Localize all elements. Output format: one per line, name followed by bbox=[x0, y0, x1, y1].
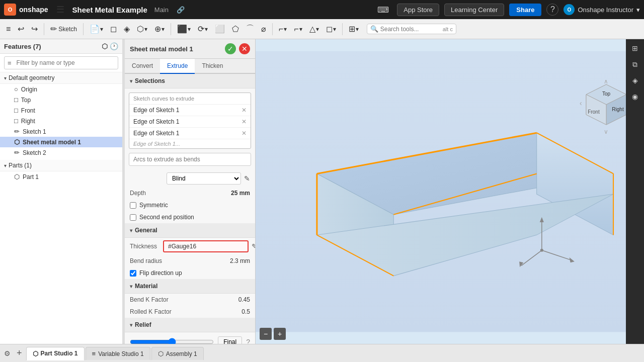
shell-button[interactable]: ⬜ bbox=[212, 22, 228, 36]
features-history-icon[interactable]: 🕐 bbox=[110, 42, 118, 50]
svg-text:Front: Front bbox=[588, 109, 600, 115]
tree-item-sketch1[interactable]: ✏ Sketch 1 bbox=[0, 126, 122, 137]
tab-assembly[interactable]: ⬡ Assembly 1 bbox=[151, 347, 204, 360]
tree-item-top[interactable]: □ Top bbox=[0, 95, 122, 105]
default-geometry-group[interactable]: ▾ Default geometry bbox=[0, 72, 122, 84]
sel-item-0[interactable]: Edge of Sketch 1 ✕ bbox=[129, 105, 251, 116]
blind-row: Blind ✎ bbox=[125, 170, 255, 187]
tree-item-part1[interactable]: ⬡ Part 1 bbox=[0, 171, 122, 182]
separator-1 bbox=[44, 23, 44, 35]
thickness-edit-btn[interactable]: ✎ bbox=[252, 242, 256, 250]
tab-variable-studio[interactable]: ≡ Variable Studio 1 bbox=[86, 347, 150, 360]
arcs-row bbox=[129, 153, 251, 166]
learning-center-button[interactable]: Learning Center bbox=[444, 4, 504, 16]
fillet-button[interactable]: ⌐▾ bbox=[276, 23, 290, 36]
fp-ok-button[interactable]: ✓ bbox=[225, 43, 236, 54]
loft-button[interactable]: ⬠ bbox=[229, 22, 242, 36]
part-studio-icon: ⬡ bbox=[33, 350, 38, 357]
pattern-button[interactable]: ⊞▾ bbox=[346, 22, 362, 36]
undo-button[interactable]: ↩ bbox=[15, 22, 27, 36]
relief-final-button[interactable]: Final bbox=[218, 336, 242, 344]
view-icon-4[interactable]: ◉ bbox=[628, 89, 642, 104]
tab-thicken[interactable]: Thicken bbox=[195, 59, 230, 74]
draft-button[interactable]: △▾ bbox=[306, 22, 322, 36]
depth-value: 25 mm bbox=[231, 190, 250, 197]
features-export-icon[interactable]: ⬡ bbox=[102, 42, 108, 50]
filter-input[interactable] bbox=[14, 58, 115, 68]
zoom-in-btn[interactable]: + bbox=[274, 328, 286, 340]
tree-item-origin[interactable]: ○ Origin bbox=[0, 84, 122, 95]
sketch-button[interactable]: ✏Sketch bbox=[47, 22, 80, 36]
relief-header[interactable]: ▾ Relief bbox=[125, 318, 255, 332]
part1-icon: ⬡ bbox=[14, 173, 20, 180]
sel-item-2[interactable]: Edge of Sketch 1 ✕ bbox=[129, 128, 251, 139]
fp-cancel-button[interactable]: ✕ bbox=[239, 43, 250, 54]
fp-actions: ✓ ✕ bbox=[225, 43, 250, 54]
view-icon-2[interactable]: ⧉ bbox=[628, 57, 642, 71]
fp-tabs: Convert Extrude Thicken bbox=[125, 59, 255, 74]
selections-header[interactable]: ▾ Selections bbox=[125, 74, 255, 88]
general-section: ▾ General Thickness ✎ Bend radius 2.3 mm… bbox=[125, 223, 255, 279]
redo-button[interactable]: ↪ bbox=[28, 22, 41, 36]
assembly-button[interactable]: ⬡▾ bbox=[134, 22, 150, 36]
material-header[interactable]: ▾ Material bbox=[125, 279, 255, 294]
flip-checkbox[interactable] bbox=[130, 270, 136, 277]
flip-row: Flip direction up bbox=[125, 267, 255, 279]
boolean-button[interactable]: ⊕▾ bbox=[151, 22, 168, 36]
plane-button[interactable]: ◻ bbox=[107, 22, 120, 36]
add-tab-button[interactable]: + bbox=[14, 346, 25, 360]
sweep-button[interactable]: ⌒ bbox=[243, 22, 257, 36]
helix-button[interactable]: ⌀ bbox=[258, 22, 269, 36]
tree-item-sheet-metal[interactable]: ⬡ Sheet metal model 1 bbox=[0, 137, 122, 147]
filter-icon: ≡ bbox=[8, 59, 12, 67]
blind-edit-btn[interactable]: ✎ bbox=[244, 174, 250, 183]
arcs-input[interactable] bbox=[129, 153, 251, 166]
tree-item-right[interactable]: □ Right bbox=[0, 116, 122, 126]
revolve-button[interactable]: ⟳▾ bbox=[195, 22, 211, 36]
keys-button[interactable]: ⌨ bbox=[374, 4, 392, 16]
zoom-out-btn[interactable]: − bbox=[260, 328, 272, 340]
material-button[interactable]: ◈ bbox=[121, 22, 133, 36]
tab-extrude[interactable]: Extrude bbox=[160, 59, 195, 74]
material-section: ▾ Material Bend K Factor 0.45 Rolled K F… bbox=[125, 279, 255, 318]
help-button[interactable]: ? bbox=[546, 4, 558, 16]
tree-item-front[interactable]: □ Front bbox=[0, 105, 122, 116]
blind-select[interactable]: Blind bbox=[167, 172, 241, 185]
rolled-k-row: Rolled K Factor 0.5 bbox=[125, 306, 255, 318]
thickness-input[interactable] bbox=[163, 240, 249, 252]
bottom-gear-icon[interactable]: ⚙ bbox=[2, 347, 13, 359]
sel-item-1[interactable]: Edge of Sketch 1 ✕ bbox=[129, 116, 251, 128]
sel-item-2-remove[interactable]: ✕ bbox=[242, 130, 247, 137]
sketch1-icon: ✏ bbox=[14, 128, 20, 135]
tab-convert[interactable]: Convert bbox=[125, 59, 160, 74]
extrude-button[interactable]: ⬛▾ bbox=[174, 22, 194, 36]
tree-item-sketch2[interactable]: ✏ Sketch 2 bbox=[0, 147, 122, 158]
appstore-button[interactable]: App Store bbox=[397, 4, 439, 16]
viewport[interactable]: Top Right Front ‹ › ∧ ∨ ⊞ ⧉ ◈ ◉ − + bbox=[256, 39, 644, 344]
manage-button[interactable]: ≡ bbox=[3, 23, 14, 36]
instructor-label: Onshape Instructor bbox=[578, 6, 633, 14]
shell2-button[interactable]: ◻▾ bbox=[323, 22, 339, 36]
hamburger-button[interactable]: ☰ bbox=[53, 2, 67, 17]
chamfer-button[interactable]: ⌐▾ bbox=[291, 23, 305, 36]
variable-studio-label: Variable Studio 1 bbox=[98, 350, 144, 357]
search-input[interactable] bbox=[380, 26, 441, 33]
instructor-section[interactable]: O Onshape Instructor ▾ bbox=[564, 4, 640, 15]
view-icon-1[interactable]: ⊞ bbox=[628, 41, 642, 55]
sel-item-1-remove[interactable]: ✕ bbox=[242, 118, 247, 125]
view-icon-3[interactable]: ◈ bbox=[628, 73, 642, 87]
relief-slider[interactable] bbox=[130, 338, 214, 344]
relief-help-icon[interactable]: ? bbox=[246, 338, 250, 344]
symmetric-checkbox[interactable] bbox=[130, 202, 136, 209]
sel-item-0-remove[interactable]: ✕ bbox=[242, 107, 247, 114]
second-end-checkbox[interactable] bbox=[130, 214, 136, 221]
general-header[interactable]: ▾ General bbox=[125, 223, 255, 238]
left-panel: Features (7) ⬡ 🕐 ≡ ▾ Default geometry ○ … bbox=[0, 39, 123, 344]
feature-panel-header: Sheet metal model 1 ✓ ✕ bbox=[125, 39, 255, 59]
link-icon[interactable]: 🔗 bbox=[177, 6, 185, 14]
sketch2-icon: ✏ bbox=[14, 149, 20, 156]
new-button[interactable]: 📄▾ bbox=[87, 22, 106, 36]
parts-group[interactable]: ▾ Parts (1) bbox=[0, 160, 122, 171]
share-button[interactable]: Share bbox=[509, 4, 541, 16]
tab-part-studio[interactable]: ⬡ Part Studio 1 bbox=[26, 347, 85, 360]
